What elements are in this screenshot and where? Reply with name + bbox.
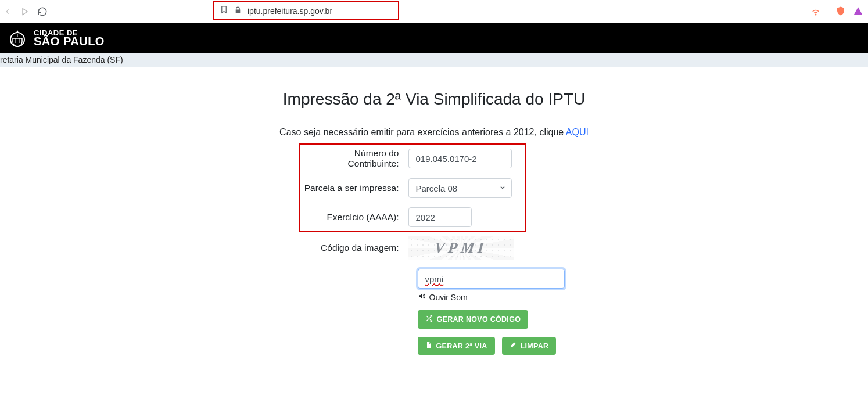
limpar-button[interactable]: LIMPAR [502, 337, 557, 355]
contribuinte-label: Número do Contribuinte: [304, 148, 408, 169]
browser-toolbar: iptu.prefeitura.sp.gov.br [0, 0, 868, 23]
wifi-icon[interactable] [810, 6, 821, 19]
brand-line2: SÃO PAULO [34, 35, 105, 47]
site-header: CIDADE DE SÃO PAULO [0, 23, 868, 53]
exercicio-label: Exercício (AAAA): [304, 212, 408, 222]
parcela-select[interactable]: Parcela 08 [408, 178, 512, 198]
breadcrumb-text: retaria Municipal da Fazenda (SF) [0, 55, 123, 64]
city-crest-icon [6, 26, 29, 51]
breadcrumb-bar[interactable]: retaria Municipal da Fazenda (SF) [0, 53, 868, 67]
file-icon [425, 341, 432, 350]
shield-icon[interactable] [835, 6, 846, 19]
subtext: Caso seja necessário emitir para exercíc… [0, 127, 868, 138]
captcha-label: Código da imagem: [304, 243, 408, 253]
captcha-input-value: vpmi [425, 274, 444, 284]
browser-right-icons [810, 6, 863, 19]
exercicio-input[interactable] [408, 207, 472, 227]
forward-icon[interactable] [20, 6, 30, 17]
sound-icon[interactable] [418, 292, 426, 302]
address-bar-highlight: iptu.prefeitura.sp.gov.br [213, 1, 399, 20]
lock-icon [234, 6, 242, 16]
parcela-label: Parcela a ser impressa: [304, 183, 408, 193]
form-container: Número do Contribuinte: Parcela a ser im… [304, 148, 565, 355]
captcha-image-text: VPMI [434, 239, 489, 257]
back-icon[interactable] [2, 6, 13, 17]
bookmark-icon[interactable] [220, 5, 228, 16]
new-code-button[interactable]: GERAR NOVO CÓDIGO [418, 310, 529, 329]
subtext-link[interactable]: AQUI [566, 127, 589, 137]
eraser-icon [510, 341, 517, 350]
svg-point-1 [815, 14, 816, 15]
contribuinte-input[interactable] [408, 149, 512, 168]
gerar-button[interactable]: GERAR 2ª VIA [418, 337, 495, 355]
address-url[interactable]: iptu.prefeitura.sp.gov.br [248, 6, 332, 16]
reload-icon[interactable] [37, 6, 48, 17]
captcha-input[interactable]: vpmi [418, 269, 565, 289]
page-title: Impressão da 2ª Via Simplificada do IPTU [0, 90, 868, 109]
captcha-image: VPMI [408, 236, 514, 260]
subtext-prefix: Caso seja necessário emitir para exercíc… [279, 127, 566, 137]
shuffle-icon [425, 315, 433, 324]
triangle-icon[interactable] [853, 6, 863, 19]
svg-marker-0 [23, 9, 27, 15]
audio-label[interactable]: Ouvir Som [429, 293, 468, 302]
